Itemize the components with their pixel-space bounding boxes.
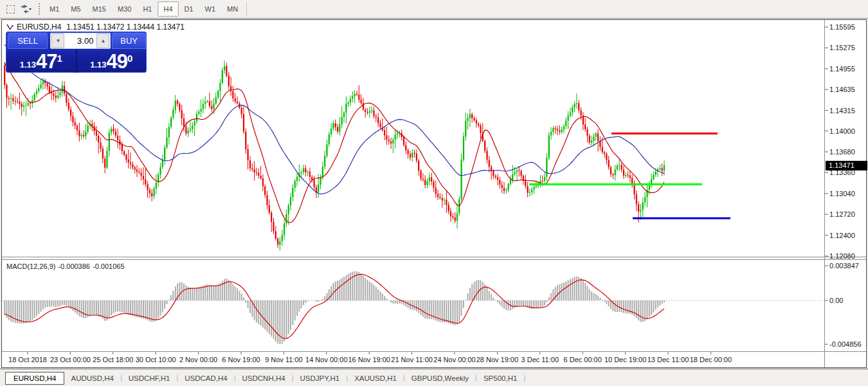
price-tick-label: 1.15595 bbox=[829, 23, 855, 31]
macd-tick-label: 0.00 bbox=[829, 297, 843, 304]
terminal-window: M1M5M15M30H1H4D1W1MN EURUSD,H4 1.13451 1… bbox=[0, 0, 868, 386]
time-axis-separator bbox=[2, 351, 866, 352]
price-tick-label: 1.13040 bbox=[829, 190, 855, 198]
price-tick-label: 1.14955 bbox=[829, 65, 855, 73]
sell-button[interactable]: SELL bbox=[8, 33, 48, 49]
price-tick-label: 1.14315 bbox=[829, 107, 855, 115]
macd-tick-label: 0.003847 bbox=[829, 262, 859, 270]
buy-price-prefix: 1.13 bbox=[90, 60, 106, 69]
chart-tab-sp500[interactable]: SP500,H1 bbox=[477, 373, 523, 383]
macd-panel-divider-lower bbox=[2, 259, 866, 260]
chart-tab-audusd[interactable]: AUDUSD,H4 bbox=[64, 373, 120, 383]
candles-layer bbox=[4, 44, 665, 250]
chart-tab-xauusd[interactable]: XAUUSD,H1 bbox=[348, 373, 403, 383]
chart-tab-usdcad[interactable]: USDCAD,H4 bbox=[178, 373, 233, 383]
macd-tick-label: -0.004856 bbox=[829, 340, 862, 348]
chart-window: EURUSD,H4 1.13451 1.13472 1.13444 1.1347… bbox=[1, 19, 867, 368]
buy-price-big: 49 bbox=[106, 52, 127, 71]
macd-name: MACD(12,26,9) bbox=[6, 262, 55, 270]
volume-down-button[interactable]: ▼ bbox=[51, 33, 64, 48]
buy-price-sup: 0 bbox=[127, 53, 132, 64]
chart-tabs-bar: EURUSD,H4AUDUSD,H4|USDCHF,H1|USDCAD,H4|U… bbox=[0, 369, 868, 386]
price-axis-separator bbox=[824, 20, 825, 367]
volume-spinner: ▼ 3.00 ▲ bbox=[50, 33, 111, 49]
price-tick-label: 1.15275 bbox=[829, 44, 855, 51]
chart-tab-usdjpy[interactable]: USDJPY,H1 bbox=[293, 373, 346, 383]
chart-ohlc-values: 1.13451 1.13472 1.13444 1.13471 bbox=[66, 23, 185, 32]
current-price-tag: 1.13471 bbox=[826, 161, 867, 170]
chart-tab-usdchf[interactable]: USDCHF,H1 bbox=[122, 373, 177, 383]
sell-price-button[interactable]: 1.13471 bbox=[6, 50, 76, 73]
macd-histogram bbox=[5, 271, 664, 345]
price-tick-label: 1.14635 bbox=[829, 86, 855, 93]
chart-icon bbox=[6, 24, 14, 31]
chart-tab-gbpusd[interactable]: GBPUSD,Weekly bbox=[405, 373, 475, 383]
sell-price-sup: 1 bbox=[57, 53, 62, 64]
price-tick-label: 1.12080 bbox=[829, 252, 855, 260]
chart-title: EURUSD,H4 1.13451 1.13472 1.13444 1.1347… bbox=[6, 23, 185, 32]
chart-symbol-label: EURUSD,H4 bbox=[17, 23, 61, 32]
macd-layer bbox=[3, 271, 823, 345]
tab-separator: | bbox=[523, 374, 525, 381]
chart-tab-eurusd[interactable]: EURUSD,H4 bbox=[5, 372, 64, 385]
sell-price-big: 47 bbox=[36, 52, 57, 71]
trade-panel-prices: 1.13471 1.13490 bbox=[6, 50, 146, 73]
volume-up-button[interactable]: ▲ bbox=[96, 33, 109, 48]
chart-tab-usdcnh[interactable]: USDCNH,H4 bbox=[236, 373, 292, 383]
price-tick-label: 1.13680 bbox=[829, 148, 855, 156]
macd-main-value: -0.000386 bbox=[58, 262, 90, 270]
macd-signal-value: -0.001065 bbox=[93, 262, 125, 270]
buy-price-button[interactable]: 1.13490 bbox=[77, 50, 147, 73]
time-tick-label: 18 Dec 00:00 bbox=[680, 356, 741, 363]
trade-panel-header-row: SELL ▼ 3.00 ▲ BUY bbox=[6, 32, 146, 50]
buy-button[interactable]: BUY bbox=[112, 33, 146, 49]
macd-panel-divider[interactable] bbox=[2, 257, 866, 257]
price-tick-label: 1.12720 bbox=[829, 210, 855, 218]
sell-price-prefix: 1.13 bbox=[20, 60, 36, 69]
one-click-trading-panel: SELL ▼ 3.00 ▲ BUY 1.13471 1.13490 bbox=[6, 32, 147, 73]
price-tick-label: 1.14000 bbox=[829, 127, 855, 135]
macd-indicator-label: MACD(12,26,9)-0.000386-0.001065 bbox=[6, 262, 127, 270]
volume-input[interactable]: 3.00 bbox=[65, 36, 96, 46]
price-tick-label: 1.12400 bbox=[829, 232, 855, 239]
